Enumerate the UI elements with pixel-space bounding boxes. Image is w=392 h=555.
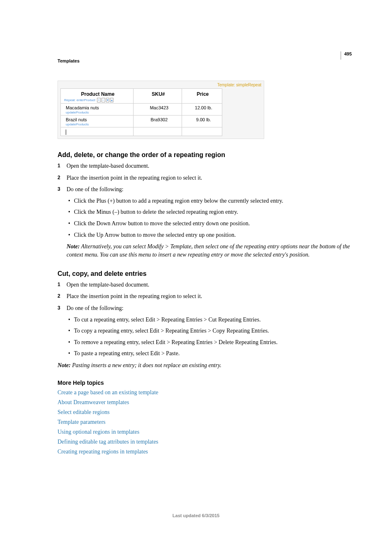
step-item: Place the insertion point in the repeati… (58, 292, 353, 301)
note-text: Pasting inserts a new entry; it does not… (72, 362, 221, 368)
bullet-list: Click the Plus (+) button to add a repea… (67, 197, 353, 239)
bullet-item: To remove a repeating entry, select Edit… (67, 338, 353, 347)
template-badge: Template: simpleRepeat (217, 83, 261, 87)
heading-add-delete: Add, delete, or change the order of a re… (58, 151, 353, 159)
bullet-item: Click the Plus (+) button to add a repea… (67, 197, 353, 205)
bullet-item: Click the Minus (–) button to delete the… (67, 208, 353, 216)
text-cursor-icon (66, 130, 66, 135)
cell-name: Macadamia nuts (66, 105, 99, 110)
table-row: Macadamia nuts updateProducts Mac3423 12… (61, 104, 222, 116)
th-product-name: Product Name Repeat: enterProduct +−▾▴ (61, 89, 134, 104)
cell-price: 9.00 lb. (182, 116, 222, 127)
heading-more-help: More Help topics (58, 379, 353, 386)
th-price: Price (182, 89, 222, 104)
note-block: Note: Alternatively, you can select Modi… (67, 243, 353, 259)
help-link[interactable]: Create a page based on an existing templ… (58, 389, 353, 396)
note-text: Alternatively, you can select Modify > T… (67, 243, 350, 258)
update-label: updateProducts (66, 123, 131, 126)
down-arrow-icon[interactable]: ▾ (106, 98, 109, 102)
table-row-empty (61, 127, 222, 136)
help-link[interactable]: About Dreamweaver templates (58, 399, 353, 406)
steps-list-2: Open the template-based document. Place … (58, 281, 353, 358)
help-links: Create a page based on an existing templ… (58, 389, 353, 455)
help-link[interactable]: Template parameters (58, 419, 353, 426)
cell-price: 12.00 lb. (182, 104, 222, 116)
cell-name: Brazil nuts (66, 117, 87, 122)
step-item: Do one of the following: Click the Plus … (58, 185, 353, 239)
step-item: Open the template-based document. (58, 162, 353, 170)
bullet-list: To cut a repeating entry, select Edit > … (67, 316, 353, 358)
step-item: Do one of the following: To cut a repeat… (58, 304, 353, 358)
minus-icon[interactable]: − (101, 98, 105, 102)
breadcrumb-header: Templates (58, 58, 80, 63)
screenshot-figure: Template: simpleRepeat Product Name Repe… (58, 81, 264, 139)
footer-last-updated: Last updated 6/3/2015 (0, 513, 392, 518)
help-link[interactable]: Creating repeating regions in templates (58, 449, 353, 455)
bullet-item: Click the Up Arrow button to move the se… (67, 231, 353, 239)
steps-list-1: Open the template-based document. Place … (58, 162, 353, 239)
help-link[interactable]: Using optional regions in templates (58, 429, 353, 435)
help-link[interactable]: Defining editable tag attributes in temp… (58, 439, 353, 445)
bullet-item: To cut a repeating entry, select Edit > … (67, 316, 353, 324)
heading-cut-copy: Cut, copy, and delete entries (58, 270, 353, 278)
note-label: Note: (67, 243, 80, 250)
step-item: Place the insertion point in the repeati… (58, 174, 353, 182)
th-sku: SKU# (133, 89, 182, 104)
note-block: Note: Pasting inserts a new entry; it do… (58, 361, 353, 370)
update-label: updateProducts (66, 111, 131, 114)
bullet-item: Click the Down Arrow button to move the … (67, 220, 353, 228)
cell-sku: Bra9302 (133, 116, 182, 127)
product-table: Product Name Repeat: enterProduct +−▾▴ S… (60, 88, 222, 136)
plus-icon[interactable]: + (97, 98, 101, 102)
bullet-item: To paste a repeating entry, select Edit … (67, 349, 353, 358)
th-product-name-text: Product Name (81, 91, 114, 97)
table-row: Brazil nuts updateProducts Bra9302 9.00 … (61, 116, 222, 127)
repeat-region-label: Repeat: enterProduct +−▾▴ (64, 98, 131, 102)
bullet-item: To copy a repeating entry, select Edit >… (67, 327, 353, 335)
note-label: Note: (58, 362, 71, 368)
cell-sku: Mac3423 (133, 104, 182, 116)
page-number: 495 (341, 51, 352, 60)
help-link[interactable]: Select editable regions (58, 409, 353, 416)
step-item: Open the template-based document. (58, 281, 353, 289)
up-arrow-icon[interactable]: ▴ (110, 98, 113, 102)
